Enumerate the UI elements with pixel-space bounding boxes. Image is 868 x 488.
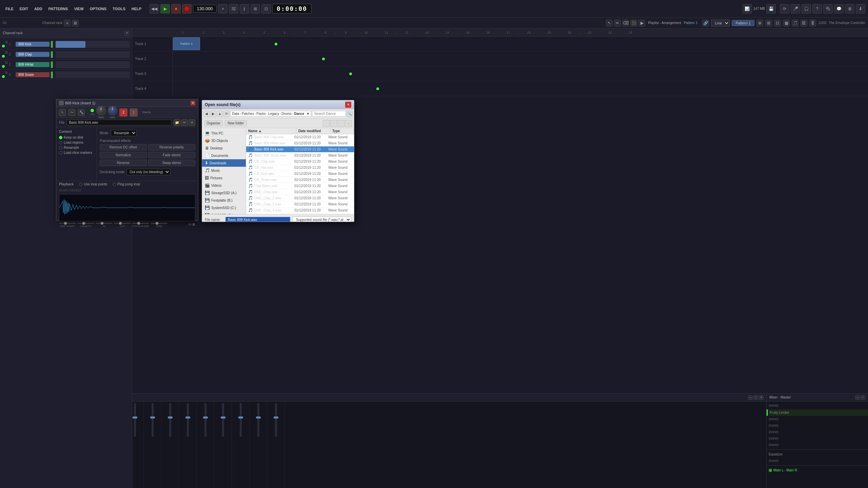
fader-14[interactable] <box>256 416 261 419</box>
file-entry-11[interactable]: 🎵 DNC_Clap_2.wav 01/12/2019 11:20 Wave S… <box>246 195 354 201</box>
fader-8[interactable] <box>150 416 155 419</box>
file-entry-2[interactable]: 🎵 Basic 808 HiHat.wav 01/12/2019 11:20 W… <box>246 140 354 146</box>
pattern-tool-3[interactable]: ⊡ <box>774 20 781 26</box>
menu-options[interactable]: OPTIONS <box>87 5 110 12</box>
vol-knob[interactable] <box>108 106 117 115</box>
fader-9[interactable] <box>168 416 173 419</box>
channel-rack-icon-1[interactable]: ≡ <box>64 20 71 26</box>
envelope-controller[interactable]: The Envelope Controller <box>829 21 865 25</box>
in-slider[interactable] <box>96 223 113 224</box>
trim-slider[interactable] <box>151 223 167 224</box>
search-input[interactable] <box>312 111 346 117</box>
folder-icon[interactable]: 📁 <box>174 119 180 126</box>
reverse-btn[interactable]: Reverse <box>100 160 147 166</box>
file-entry-14[interactable]: 🎵 DNC_Clap_5.wav 01/12/2019 11:20 Wave S… <box>246 214 354 214</box>
loop-points-option[interactable]: Use loop points <box>79 182 107 186</box>
menu-file[interactable]: FILE <box>3 5 16 12</box>
remove-dc-offset-btn[interactable]: Remove DC offset <box>100 144 147 150</box>
load-slice-radio[interactable] <box>59 151 62 155</box>
download-icon[interactable]: ⬇ <box>856 4 865 14</box>
keep-on-disk-radio[interactable] <box>59 136 62 139</box>
ch-pattern-mini-2[interactable] <box>56 51 130 58</box>
load-regions-radio[interactable] <box>59 141 62 144</box>
pattern-block-1[interactable]: Pattern 1 <box>173 37 200 50</box>
resample-radio[interactable] <box>59 146 62 149</box>
file-close-icon[interactable]: ✕ <box>189 119 195 126</box>
channel-name-808snare[interactable]: 808 Snare <box>16 72 50 77</box>
channel-name-808kick[interactable]: 808 Kick <box>16 42 50 47</box>
pattern-button[interactable]: Pattern 1 <box>732 20 754 26</box>
channel-rack-icon-2[interactable]: ⊞ <box>72 20 79 26</box>
ch-ctrl-3[interactable] <box>5 51 7 52</box>
reverse-polarity-btn[interactable]: Reverse polarity <box>148 144 195 150</box>
file-entry-13[interactable]: 🎵 DNC_Clap_4.wav 01/12/2019 11:20 Wave S… <box>246 207 354 214</box>
plugin-arrow-icon[interactable]: ↖ <box>59 109 66 116</box>
fader-13[interactable] <box>238 416 243 419</box>
bpm-display[interactable]: 130.000 <box>193 5 217 13</box>
declicking-select[interactable]: Out only (no bleeding) <box>126 169 170 175</box>
file-entry-9[interactable]: 🎵 Clap Basic.wav 01/12/2019 11:20 Wave S… <box>246 183 354 189</box>
mic-icon[interactable]: 🎤 <box>791 4 800 14</box>
monitor-icon[interactable]: 🖥 <box>845 4 854 14</box>
view-btn-3[interactable]: ⊡ <box>338 120 344 127</box>
fader-12[interactable] <box>221 416 225 419</box>
channel-rack-close[interactable]: ✕ <box>124 31 129 36</box>
swap-stereo-btn[interactable]: Swap stereo <box>148 160 195 166</box>
ch-ctrl-5[interactable] <box>5 61 7 62</box>
sidebar-this-pc[interactable]: 💻 This PC <box>202 129 246 137</box>
on-indicator[interactable] <box>91 109 94 112</box>
track-content-1[interactable]: Pattern 1 <box>173 37 868 51</box>
pattern-tool-5[interactable]: 🎵 <box>792 20 798 26</box>
organise-button[interactable]: Organise <box>204 120 223 126</box>
track-content-4[interactable] <box>173 81 868 96</box>
smp-start-slider[interactable] <box>59 223 76 224</box>
tool-erase[interactable]: ⌫ <box>622 20 629 26</box>
pattern-tool-1[interactable]: ⊕ <box>756 20 763 26</box>
file-type-select[interactable]: Supported sound file (*.wav;*.al <box>292 217 351 222</box>
out-slider[interactable] <box>114 223 131 224</box>
breadcrumb-packs[interactable]: Packs <box>256 112 265 116</box>
forward-button[interactable]: ▶ <box>210 110 216 117</box>
channel-rack-label[interactable]: Channel rack <box>42 21 62 25</box>
slot-none-5[interactable]: (none) <box>767 435 868 442</box>
fader-15[interactable] <box>274 416 278 419</box>
filename-input[interactable] <box>225 217 290 222</box>
channel-name-808hihat[interactable]: 808 HiHat <box>16 62 50 67</box>
sidebar-storage-a[interactable]: 💾 StorageSSD (A:) <box>202 189 246 197</box>
chat-icon[interactable]: 💬 <box>834 4 844 14</box>
sidebar-3dobjects[interactable]: 📦 3D Objects <box>202 137 246 144</box>
sidebar-music[interactable]: 🎵 Music <box>202 167 246 174</box>
view-btn-2[interactable]: ⊞ <box>330 120 337 127</box>
ch-pattern-mini[interactable] <box>56 41 130 48</box>
file-name-display[interactable]: Basic 808 Kick.wav <box>66 120 172 125</box>
crossfade-slider[interactable] <box>132 223 149 224</box>
file-entry-6[interactable]: 🎵 CB_Hat.wav 01/12/2019 11:20 Wave Sound <box>246 165 354 171</box>
ch-ctrl-8[interactable] <box>5 73 7 74</box>
pattern-tool-7[interactable]: 🎛 <box>809 20 816 26</box>
ch-pattern-mini-4[interactable] <box>56 72 130 78</box>
sidebar-festplatte-b[interactable]: 💾 Festplatte (B:) <box>202 197 246 204</box>
file-entry-5[interactable]: 🎵 CB_Clap.wav 01/12/2019 11:20 Wave Soun… <box>246 159 354 165</box>
sidebar-240g-d[interactable]: 💾 240GSSD (D:) <box>202 211 246 214</box>
dialog-close-button[interactable]: ✕ <box>345 102 351 108</box>
track-knob[interactable]: 1 <box>130 108 138 117</box>
file-entry-4[interactable]: 🎵 Basic 808 Snare.wav 01/12/2019 11:20 W… <box>246 152 354 159</box>
right-panel-max[interactable]: □ <box>861 395 865 400</box>
ch-ctrl-4[interactable] <box>5 53 7 54</box>
track-content-3[interactable] <box>173 66 868 81</box>
play-button[interactable]: ▶ <box>160 4 170 14</box>
menu-view[interactable]: VIEW <box>71 5 86 12</box>
file-entry-10[interactable]: 🎵 DNC_Clap.wav 01/12/2019 11:20 Wave Sou… <box>246 189 354 195</box>
fruity-limiter-slot[interactable]: Fruity Limiter <box>767 409 868 416</box>
slot-none-7[interactable]: (none) <box>767 458 868 464</box>
length-slider[interactable] <box>77 223 94 224</box>
up-button[interactable]: ▲ <box>217 110 223 117</box>
refresh-button[interactable]: ⟳ <box>223 110 230 117</box>
line-select[interactable]: Line <box>711 20 730 26</box>
mixer-close[interactable]: ✕ <box>759 395 764 400</box>
ch-ctrl-6[interactable] <box>5 63 7 64</box>
equalizer-slot[interactable]: Equalizer <box>767 451 868 458</box>
sidebar-downloads[interactable]: ⬇ Downloads <box>202 159 246 167</box>
pitch-knob[interactable]: 2 <box>119 108 127 117</box>
mode-select[interactable]: Resample <box>111 130 137 136</box>
